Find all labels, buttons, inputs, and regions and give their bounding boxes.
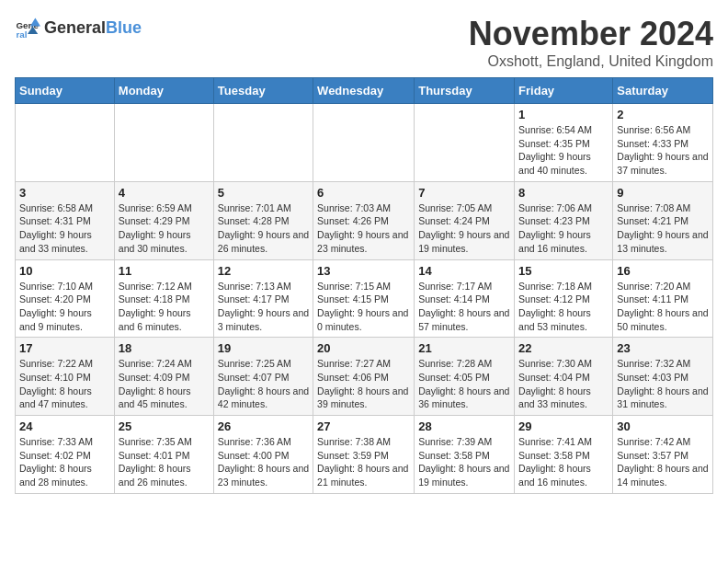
calendar-cell: 20Sunrise: 7:27 AM Sunset: 4:06 PM Dayli… <box>313 338 415 416</box>
day-info: Sunrise: 7:28 AM Sunset: 4:05 PM Dayligh… <box>418 357 510 411</box>
calendar-cell: 24Sunrise: 7:33 AM Sunset: 4:02 PM Dayli… <box>16 416 115 494</box>
calendar-cell: 3Sunrise: 6:58 AM Sunset: 4:31 PM Daylig… <box>16 181 115 259</box>
day-number: 3 <box>19 186 110 200</box>
month-title: November 2024 <box>469 15 713 53</box>
calendar-cell: 26Sunrise: 7:36 AM Sunset: 4:00 PM Dayli… <box>213 416 313 494</box>
day-number: 13 <box>317 264 410 278</box>
day-info: Sunrise: 6:58 AM Sunset: 4:31 PM Dayligh… <box>19 201 110 256</box>
day-number: 28 <box>418 419 510 433</box>
calendar-cell <box>213 104 313 182</box>
header-saturday: Saturday <box>613 78 713 104</box>
header-monday: Monday <box>114 78 213 104</box>
calendar-cell: 4Sunrise: 6:59 AM Sunset: 4:29 PM Daylig… <box>114 181 213 259</box>
calendar-cell: 13Sunrise: 7:15 AM Sunset: 4:15 PM Dayli… <box>313 259 415 338</box>
svg-text:ral: ral <box>16 29 27 40</box>
calendar-cell: 2Sunrise: 6:56 AM Sunset: 4:33 PM Daylig… <box>613 104 713 182</box>
day-info: Sunrise: 7:35 AM Sunset: 4:01 PM Dayligh… <box>119 435 210 489</box>
day-number: 20 <box>317 341 410 355</box>
week-row-1: 1Sunrise: 6:54 AM Sunset: 4:35 PM Daylig… <box>16 104 713 182</box>
day-info: Sunrise: 7:32 AM Sunset: 4:03 PM Dayligh… <box>617 357 709 411</box>
day-info: Sunrise: 7:18 AM Sunset: 4:12 PM Dayligh… <box>518 280 609 334</box>
day-info: Sunrise: 6:54 AM Sunset: 4:35 PM Dayligh… <box>518 123 609 178</box>
day-number: 10 <box>19 264 110 278</box>
day-info: Sunrise: 7:41 AM Sunset: 3:58 PM Dayligh… <box>518 435 609 489</box>
calendar-cell: 12Sunrise: 7:13 AM Sunset: 4:17 PM Dayli… <box>213 259 313 338</box>
calendar-cell: 10Sunrise: 7:10 AM Sunset: 4:20 PM Dayli… <box>16 259 115 338</box>
title-area: November 2024 Oxshott, England, United K… <box>469 15 713 70</box>
day-info: Sunrise: 7:36 AM Sunset: 4:00 PM Dayligh… <box>218 435 309 489</box>
day-info: Sunrise: 7:24 AM Sunset: 4:09 PM Dayligh… <box>119 357 210 411</box>
calendar-cell <box>415 104 515 182</box>
day-number: 11 <box>119 264 210 278</box>
week-row-3: 10Sunrise: 7:10 AM Sunset: 4:20 PM Dayli… <box>16 259 713 338</box>
day-info: Sunrise: 7:39 AM Sunset: 3:58 PM Dayligh… <box>418 435 510 489</box>
day-info: Sunrise: 7:12 AM Sunset: 4:18 PM Dayligh… <box>119 280 210 334</box>
day-info: Sunrise: 7:33 AM Sunset: 4:02 PM Dayligh… <box>19 435 110 489</box>
header-wednesday: Wednesday <box>313 78 415 104</box>
day-number: 17 <box>19 341 110 355</box>
week-row-5: 24Sunrise: 7:33 AM Sunset: 4:02 PM Dayli… <box>16 416 713 494</box>
day-info: Sunrise: 7:03 AM Sunset: 4:26 PM Dayligh… <box>317 201 410 256</box>
calendar-cell <box>114 104 213 182</box>
calendar-cell: 21Sunrise: 7:28 AM Sunset: 4:05 PM Dayli… <box>415 338 515 416</box>
day-number: 29 <box>518 419 609 433</box>
day-number: 8 <box>518 186 609 200</box>
day-info: Sunrise: 7:17 AM Sunset: 4:14 PM Dayligh… <box>418 280 510 334</box>
day-info: Sunrise: 6:56 AM Sunset: 4:33 PM Dayligh… <box>617 123 709 178</box>
day-info: Sunrise: 7:10 AM Sunset: 4:20 PM Dayligh… <box>19 280 110 334</box>
calendar-cell: 30Sunrise: 7:42 AM Sunset: 3:57 PM Dayli… <box>613 416 713 494</box>
day-info: Sunrise: 7:20 AM Sunset: 4:11 PM Dayligh… <box>617 280 709 334</box>
day-number: 9 <box>617 186 709 200</box>
calendar-cell: 25Sunrise: 7:35 AM Sunset: 4:01 PM Dayli… <box>114 416 213 494</box>
day-info: Sunrise: 7:06 AM Sunset: 4:23 PM Dayligh… <box>518 201 609 256</box>
day-number: 30 <box>617 419 709 433</box>
day-info: Sunrise: 7:13 AM Sunset: 4:17 PM Dayligh… <box>218 280 309 334</box>
calendar-cell: 29Sunrise: 7:41 AM Sunset: 3:58 PM Dayli… <box>515 416 613 494</box>
calendar-cell: 11Sunrise: 7:12 AM Sunset: 4:18 PM Dayli… <box>114 259 213 338</box>
calendar-cell <box>313 104 415 182</box>
calendar-cell: 27Sunrise: 7:38 AM Sunset: 3:59 PM Dayli… <box>313 416 415 494</box>
day-number: 6 <box>317 186 410 200</box>
day-number: 19 <box>218 341 309 355</box>
day-number: 21 <box>418 341 510 355</box>
calendar-header-row: SundayMondayTuesdayWednesdayThursdayFrid… <box>16 78 713 104</box>
day-number: 2 <box>617 108 709 121</box>
calendar-cell: 17Sunrise: 7:22 AM Sunset: 4:10 PM Dayli… <box>16 338 115 416</box>
calendar-cell: 18Sunrise: 7:24 AM Sunset: 4:09 PM Dayli… <box>114 338 213 416</box>
day-number: 15 <box>518 264 609 278</box>
day-number: 24 <box>19 419 110 433</box>
day-info: Sunrise: 7:15 AM Sunset: 4:15 PM Dayligh… <box>317 280 410 334</box>
day-info: Sunrise: 7:42 AM Sunset: 3:57 PM Dayligh… <box>617 435 709 489</box>
day-number: 18 <box>119 341 210 355</box>
header-friday: Friday <box>515 78 613 104</box>
day-info: Sunrise: 7:25 AM Sunset: 4:07 PM Dayligh… <box>218 357 309 411</box>
day-number: 1 <box>518 108 609 121</box>
calendar-table: SundayMondayTuesdayWednesdayThursdayFrid… <box>15 77 713 494</box>
calendar-cell: 1Sunrise: 6:54 AM Sunset: 4:35 PM Daylig… <box>515 104 613 182</box>
calendar-cell: 14Sunrise: 7:17 AM Sunset: 4:14 PM Dayli… <box>415 259 515 338</box>
day-info: Sunrise: 7:30 AM Sunset: 4:04 PM Dayligh… <box>518 357 609 411</box>
calendar-cell: 7Sunrise: 7:05 AM Sunset: 4:24 PM Daylig… <box>415 181 515 259</box>
day-number: 7 <box>418 186 510 200</box>
header-thursday: Thursday <box>415 78 515 104</box>
logo-icon: Gene ral <box>15 15 40 40</box>
calendar-cell: 23Sunrise: 7:32 AM Sunset: 4:03 PM Dayli… <box>613 338 713 416</box>
day-info: Sunrise: 7:01 AM Sunset: 4:28 PM Dayligh… <box>218 201 309 256</box>
header-tuesday: Tuesday <box>213 78 313 104</box>
header: Gene ral GeneralBlue November 2024 Oxsho… <box>15 15 713 70</box>
day-number: 25 <box>119 419 210 433</box>
week-row-2: 3Sunrise: 6:58 AM Sunset: 4:31 PM Daylig… <box>16 181 713 259</box>
day-info: Sunrise: 7:38 AM Sunset: 3:59 PM Dayligh… <box>317 435 410 489</box>
day-number: 22 <box>518 341 609 355</box>
calendar-cell: 6Sunrise: 7:03 AM Sunset: 4:26 PM Daylig… <box>313 181 415 259</box>
calendar-cell: 19Sunrise: 7:25 AM Sunset: 4:07 PM Dayli… <box>213 338 313 416</box>
day-number: 16 <box>617 264 709 278</box>
day-info: Sunrise: 7:27 AM Sunset: 4:06 PM Dayligh… <box>317 357 410 411</box>
day-info: Sunrise: 7:22 AM Sunset: 4:10 PM Dayligh… <box>19 357 110 411</box>
day-number: 26 <box>218 419 309 433</box>
day-info: Sunrise: 7:08 AM Sunset: 4:21 PM Dayligh… <box>617 201 709 256</box>
day-info: Sunrise: 7:05 AM Sunset: 4:24 PM Dayligh… <box>418 201 510 256</box>
day-info: Sunrise: 6:59 AM Sunset: 4:29 PM Dayligh… <box>119 201 210 256</box>
calendar-cell: 22Sunrise: 7:30 AM Sunset: 4:04 PM Dayli… <box>515 338 613 416</box>
calendar-cell: 5Sunrise: 7:01 AM Sunset: 4:28 PM Daylig… <box>213 181 313 259</box>
